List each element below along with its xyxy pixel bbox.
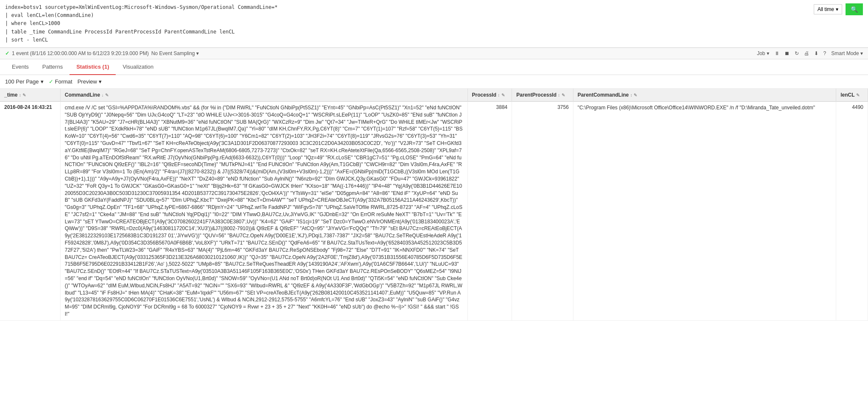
format-label: Format xyxy=(55,78,72,85)
cell-processid: 3884 xyxy=(467,101,512,320)
time-range-caret: ▾ xyxy=(836,6,838,12)
query-line2: | eval lenCL=len(CommandLine) xyxy=(5,12,94,18)
tabs-bar: Events Patterns Statistics (1) Visualiza… xyxy=(0,59,868,75)
edit-icon-time[interactable]: ✎ xyxy=(22,93,26,97)
sort-icon-commandline: ↓ xyxy=(101,93,103,97)
help-icon: ? xyxy=(823,50,826,56)
per-page-dropdown[interactable]: 100 Per Page ▾ xyxy=(5,78,44,85)
status-left: ✓ 1 event (8/1/16 12:00:00.000 AM to 6/1… xyxy=(5,50,199,56)
job-label: Job xyxy=(757,50,765,56)
search-button[interactable]: 🔍 xyxy=(846,3,863,15)
tab-statistics[interactable]: Statistics (1) xyxy=(70,59,116,75)
col-header-parentcommandline[interactable]: ParentCommandLine ↕ ✎ xyxy=(573,89,836,102)
cell-parentcommandline: "C:\Program Files (x86)\Microsoft Office… xyxy=(573,101,836,320)
query-line1: index=botsv1 sourcetype=XmlWinEventLog:M… xyxy=(5,4,278,10)
refresh-icon[interactable]: ↻ xyxy=(795,50,799,56)
status-event-count: 1 event (8/1/16 12:00:00.000 AM to 6/12/… xyxy=(12,50,149,56)
time-range-select[interactable]: All time ▾ xyxy=(814,4,842,14)
sampling-caret: ▾ xyxy=(196,50,199,56)
sort-icon-parentcommandline: ↕ xyxy=(630,93,632,97)
col-header-time[interactable]: _time ↕ ✎ xyxy=(0,89,60,102)
col-header-parentprocessid[interactable]: ParentProcessId ↕ ✎ xyxy=(512,89,573,102)
download-icon[interactable]: ⬇ xyxy=(814,50,818,56)
cell-commandline: cmd.exe /V /C set "GSI=%APPDATA%\RANDOM%… xyxy=(60,101,467,320)
preview-dropdown[interactable]: Preview ▾ xyxy=(78,78,102,85)
table-header-row: _time ↕ ✎ CommandLine ↓ ✎ ProcessId ↕ ✎ … xyxy=(0,89,868,102)
tab-visualization[interactable]: Visualization xyxy=(116,59,160,75)
sampling-dropdown[interactable]: No Event Sampling ▾ xyxy=(151,50,199,56)
query-text: index=botsv1 sourcetype=XmlWinEventLog:M… xyxy=(5,3,807,44)
print-icon[interactable]: 🖨 xyxy=(804,50,809,56)
pause-icon[interactable]: ⏸ xyxy=(774,50,779,56)
col-header-lencl[interactable]: lenCL ✎ xyxy=(836,89,868,102)
results-table-container: _time ↕ ✎ CommandLine ↓ ✎ ProcessId ↕ ✎ … xyxy=(0,89,868,321)
preview-label: Preview xyxy=(78,78,97,85)
per-page-label: 100 Per Page xyxy=(5,78,39,85)
status-right: Job ▾ ⏸ ⏹ ↻ 🖨 ⬇ ? Smart Mode ▾ xyxy=(757,50,863,56)
cell-time: 2016-08-24 16:43:21 xyxy=(0,101,60,320)
cell-parentprocessid: 3756 xyxy=(512,101,573,320)
query-bar: index=botsv1 sourcetype=XmlWinEventLog:M… xyxy=(0,0,868,48)
status-check-icon: ✓ xyxy=(5,50,9,56)
results-toolbar: 100 Per Page ▾ ✓ Format Preview ▾ xyxy=(0,75,868,89)
status-bar: ✓ 1 event (8/1/16 12:00:00.000 AM to 6/1… xyxy=(0,48,868,59)
sampling-label: No Event Sampling xyxy=(151,50,195,56)
query-line3: | where lenCL>1000 xyxy=(5,20,60,26)
edit-icon-parentcommandline[interactable]: ✎ xyxy=(634,93,637,97)
edit-icon-lencl[interactable]: ✎ xyxy=(856,93,860,97)
col-header-processid[interactable]: ProcessId ↕ ✎ xyxy=(467,89,512,102)
edit-icon-commandline[interactable]: ✎ xyxy=(105,93,108,97)
edit-icon-parentprocessid[interactable]: ✎ xyxy=(562,93,565,97)
smart-mode-caret: ▾ xyxy=(860,50,863,56)
sort-icon-processid: ↕ xyxy=(498,93,500,97)
edit-icon-processid[interactable]: ✎ xyxy=(501,93,505,97)
time-range-label: All time xyxy=(818,6,834,12)
table-row: 2016-08-24 16:43:21 cmd.exe /V /C set "G… xyxy=(0,101,868,320)
preview-caret: ▾ xyxy=(99,78,102,85)
sort-icon-time: ↕ xyxy=(19,93,21,97)
col-header-commandline[interactable]: CommandLine ↓ ✎ xyxy=(60,89,467,102)
per-page-caret: ▾ xyxy=(41,78,44,85)
smart-mode-label: Smart Mode xyxy=(831,50,859,56)
job-caret: ▾ xyxy=(767,50,769,56)
cell-lencl: 4490 xyxy=(836,101,868,320)
smart-mode-dropdown[interactable]: Smart Mode ▾ xyxy=(831,50,863,56)
tab-patterns[interactable]: Patterns xyxy=(36,59,70,75)
format-button[interactable]: ✓ Format xyxy=(49,78,72,85)
results-table: _time ↕ ✎ CommandLine ↓ ✎ ProcessId ↕ ✎ … xyxy=(0,89,868,321)
sort-icon-parentprocessid: ↕ xyxy=(558,93,560,97)
query-actions: All time ▾ 🔍 xyxy=(807,3,863,15)
tab-events[interactable]: Events xyxy=(5,59,36,75)
query-line4: | table _time CommandLine ProcessId Pare… xyxy=(5,29,235,35)
job-dropdown[interactable]: Job ▾ xyxy=(757,50,769,56)
query-line5: | sort - lenCL xyxy=(5,37,48,43)
format-check: ✓ xyxy=(49,78,53,85)
stop-icon[interactable]: ⏹ xyxy=(785,50,790,56)
